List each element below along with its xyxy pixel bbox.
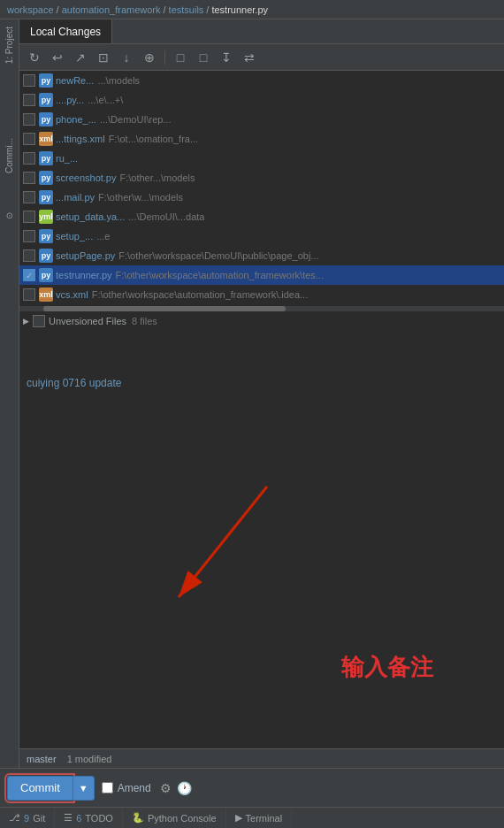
file-checkbox[interactable]: [23, 191, 35, 203]
todo-icon: ☰: [64, 812, 73, 824]
file-checkbox-checked[interactable]: ✓: [23, 269, 35, 281]
file-item[interactable]: xml vcs.xml F:\other\workspace\automatio…: [19, 285, 504, 304]
annotation-text: 输入备注: [341, 652, 433, 683]
tab-git[interactable]: ⎇ 9 Git: [0, 808, 55, 828]
file-item-selected[interactable]: ✓ py testrunner.py F:\other\workspace\au…: [19, 265, 504, 285]
breadcrumb: workspace / automation_framework / tests…: [0, 0, 504, 19]
rollback-button[interactable]: ↩: [48, 48, 67, 67]
file-path: ...\DemoUI\rep...: [100, 114, 172, 125]
file-checkbox[interactable]: [23, 133, 35, 145]
sort-button[interactable]: ↧: [217, 48, 236, 67]
file-type-icon: py: [39, 229, 53, 243]
unversioned-section-header[interactable]: ▶ Unversioned Files 8 files: [19, 311, 504, 331]
file-checkbox[interactable]: [23, 211, 35, 223]
file-path: F:\ot...\omation_fra...: [109, 134, 199, 144]
file-item[interactable]: py phone_... ...\DemoUI\rep...: [19, 110, 504, 129]
commit-message-text: cuiying 0716 update: [27, 377, 121, 389]
breadcrumb-sep-1: /: [57, 4, 59, 15]
file-name: setup_data.ya...: [56, 211, 125, 222]
file-list: py newRe... ...\models py ....py... ...\…: [19, 71, 504, 372]
annotation-arrow: [126, 460, 302, 619]
file-item[interactable]: xml ...ttings.xml F:\ot...\omation_fra..…: [19, 129, 504, 149]
file-name: testrunner.py: [56, 270, 112, 280]
file-item[interactable]: py screenshot.py F:\other...\models: [19, 168, 504, 188]
strip-vcs-label[interactable]: ⊙: [4, 212, 14, 219]
scrollbar-thumb-h[interactable]: [43, 306, 286, 311]
file-path: F:\other\workspace\automation_framework\…: [116, 270, 324, 280]
clock-icon[interactable]: 🕐: [177, 781, 192, 795]
file-item[interactable]: py setupPage.py F:\other\workspace\DemoU…: [19, 246, 504, 265]
file-checkbox[interactable]: [23, 74, 35, 87]
file-type-icon: py: [39, 190, 53, 204]
toolbar-separator-1: [164, 50, 165, 65]
action-bar: Commit ▼ Amend ⚙ 🕐: [0, 768, 504, 807]
file-item[interactable]: py newRe... ...\models: [19, 71, 504, 90]
file-checkbox[interactable]: [23, 172, 35, 184]
group-button[interactable]: ⊕: [140, 48, 159, 67]
diff-button[interactable]: ⊡: [94, 48, 113, 67]
amend-checkbox[interactable]: [102, 782, 113, 794]
file-path: F:\other\workspace\automation_framework\…: [92, 289, 309, 300]
strip-commit-label[interactable]: Commi...: [4, 138, 14, 173]
horizontal-scrollbar[interactable]: [19, 306, 504, 311]
breadcrumb-file[interactable]: testrunner.py: [211, 4, 268, 15]
tab-git-label: Git: [33, 813, 45, 824]
file-item[interactable]: py ....py... ...\e\...+\: [19, 90, 504, 110]
amend-label: Amend: [118, 782, 151, 794]
breadcrumb-workspace[interactable]: workspace: [7, 4, 54, 15]
tab-local-changes[interactable]: Local Changes: [19, 19, 112, 43]
file-checkbox[interactable]: [23, 249, 35, 262]
file-path: F:\other...\models: [119, 172, 195, 183]
file-path: ...\e\...+\: [88, 95, 123, 105]
unversioned-label: Unversioned Files: [49, 316, 126, 326]
breadcrumb-testsuils[interactable]: testsuils: [169, 4, 204, 15]
left-panel-strip: 1: Project Commi... ⊙: [0, 19, 19, 809]
commit-button[interactable]: Commit: [7, 776, 73, 801]
branch-label: master: [27, 754, 57, 764]
settings-icon[interactable]: ⚙: [160, 781, 172, 795]
file-checkbox[interactable]: [23, 94, 35, 106]
strip-project-label[interactable]: 1: Project: [4, 27, 14, 64]
file-path: ...e: [96, 231, 110, 242]
refresh-button[interactable]: ↻: [25, 48, 44, 67]
breadcrumb-framework[interactable]: automation_framework: [62, 4, 161, 15]
file-type-icon: yml: [39, 210, 53, 224]
view-btn-1[interactable]: □: [171, 48, 190, 67]
file-checkbox[interactable]: [23, 152, 35, 165]
unversioned-checkbox[interactable]: [33, 315, 45, 327]
file-item[interactable]: py ...mail.py F:\other\w...\models: [19, 188, 504, 207]
file-name: ...ttings.xml: [56, 134, 105, 144]
expand-button[interactable]: ⇄: [240, 48, 259, 67]
file-type-icon: xml: [39, 132, 53, 146]
commit-dropdown-button[interactable]: ▼: [73, 776, 95, 801]
tab-todo[interactable]: ☰ 6 TODO: [55, 808, 123, 828]
toolbar: ↻ ↩ ↗ ⊡ ↓ ⊕ □ □ ↧ ⇄: [19, 44, 504, 71]
commit-message-area: cuiying 0716 update: [19, 372, 504, 442]
file-name: phone_...: [56, 114, 96, 125]
file-item[interactable]: yml setup_data.ya... ...\DemoUI\...data: [19, 207, 504, 226]
file-checkbox[interactable]: [23, 113, 35, 126]
tab-git-number: 9: [24, 813, 29, 824]
amend-checkbox-group: Amend: [102, 782, 151, 794]
file-item[interactable]: py ru_...: [19, 149, 504, 168]
move-button[interactable]: ↗: [71, 48, 90, 67]
status-bar: master 1 modified: [19, 748, 504, 768]
file-type-icon: xml: [39, 288, 53, 302]
file-name: vcs.xml: [56, 289, 88, 300]
expand-icon: ▶: [23, 317, 29, 326]
file-name: newRe...: [56, 75, 94, 86]
download-button[interactable]: ↓: [117, 48, 136, 67]
file-checkbox[interactable]: [23, 288, 35, 301]
file-checkbox[interactable]: [23, 230, 35, 242]
terminal-icon: ▶: [235, 812, 242, 824]
file-name: ...mail.py: [56, 192, 95, 203]
tab-todo-label: TODO: [85, 813, 113, 824]
tab-header: Local Changes: [19, 19, 504, 44]
view-btn-2[interactable]: □: [194, 48, 213, 67]
tab-python-console[interactable]: 🐍 Python Console: [123, 808, 226, 828]
tab-terminal[interactable]: ▶ Terminal: [226, 808, 293, 828]
file-path: F:\other\w...\models: [98, 192, 183, 203]
file-item[interactable]: py setup_... ...e: [19, 226, 504, 246]
file-type-icon: py: [39, 249, 53, 263]
file-name: screenshot.py: [56, 172, 116, 183]
